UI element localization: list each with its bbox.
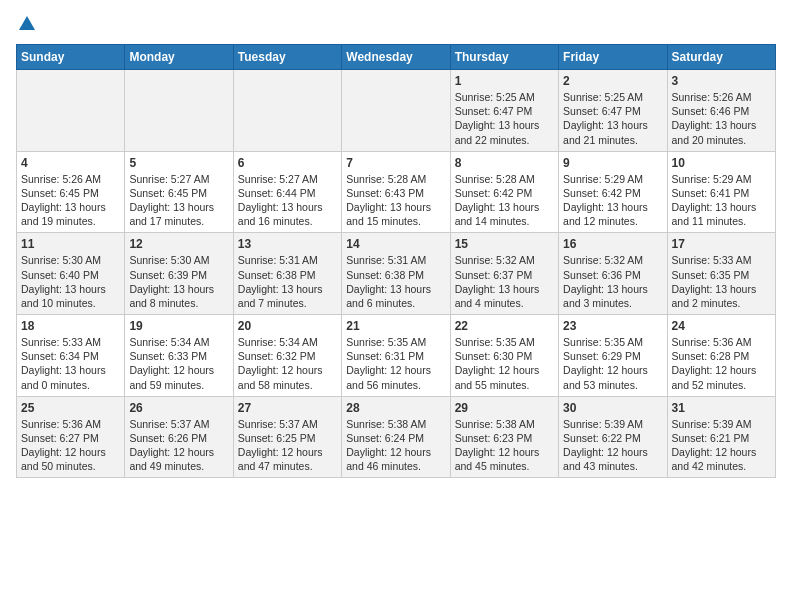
day-number: 9: [563, 156, 662, 170]
cell-content: Sunrise: 5:33 AM Sunset: 6:34 PM Dayligh…: [21, 335, 120, 392]
calendar-cell: 1Sunrise: 5:25 AM Sunset: 6:47 PM Daylig…: [450, 70, 558, 152]
calendar-table: SundayMondayTuesdayWednesdayThursdayFrid…: [16, 44, 776, 478]
day-number: 23: [563, 319, 662, 333]
page-header: [16, 16, 776, 32]
cell-content: Sunrise: 5:25 AM Sunset: 6:47 PM Dayligh…: [563, 90, 662, 147]
day-number: 22: [455, 319, 554, 333]
calendar-cell: 14Sunrise: 5:31 AM Sunset: 6:38 PM Dayli…: [342, 233, 450, 315]
calendar-cell: 17Sunrise: 5:33 AM Sunset: 6:35 PM Dayli…: [667, 233, 775, 315]
calendar-cell: [342, 70, 450, 152]
calendar-cell: 28Sunrise: 5:38 AM Sunset: 6:24 PM Dayli…: [342, 396, 450, 478]
cell-content: Sunrise: 5:39 AM Sunset: 6:21 PM Dayligh…: [672, 417, 771, 474]
cell-content: Sunrise: 5:31 AM Sunset: 6:38 PM Dayligh…: [238, 253, 337, 310]
cell-content: Sunrise: 5:36 AM Sunset: 6:28 PM Dayligh…: [672, 335, 771, 392]
cell-content: Sunrise: 5:39 AM Sunset: 6:22 PM Dayligh…: [563, 417, 662, 474]
day-number: 29: [455, 401, 554, 415]
cell-content: Sunrise: 5:37 AM Sunset: 6:25 PM Dayligh…: [238, 417, 337, 474]
day-number: 14: [346, 237, 445, 251]
day-number: 8: [455, 156, 554, 170]
calendar-cell: 24Sunrise: 5:36 AM Sunset: 6:28 PM Dayli…: [667, 315, 775, 397]
day-number: 18: [21, 319, 120, 333]
cell-content: Sunrise: 5:29 AM Sunset: 6:41 PM Dayligh…: [672, 172, 771, 229]
day-number: 25: [21, 401, 120, 415]
header-friday: Friday: [559, 45, 667, 70]
day-number: 2: [563, 74, 662, 88]
logo: [16, 16, 35, 32]
calendar-cell: 31Sunrise: 5:39 AM Sunset: 6:21 PM Dayli…: [667, 396, 775, 478]
day-number: 16: [563, 237, 662, 251]
calendar-cell: 21Sunrise: 5:35 AM Sunset: 6:31 PM Dayli…: [342, 315, 450, 397]
cell-content: Sunrise: 5:30 AM Sunset: 6:40 PM Dayligh…: [21, 253, 120, 310]
week-row-3: 11Sunrise: 5:30 AM Sunset: 6:40 PM Dayli…: [17, 233, 776, 315]
calendar-cell: 6Sunrise: 5:27 AM Sunset: 6:44 PM Daylig…: [233, 151, 341, 233]
calendar-cell: 19Sunrise: 5:34 AM Sunset: 6:33 PM Dayli…: [125, 315, 233, 397]
week-row-1: 1Sunrise: 5:25 AM Sunset: 6:47 PM Daylig…: [17, 70, 776, 152]
week-row-5: 25Sunrise: 5:36 AM Sunset: 6:27 PM Dayli…: [17, 396, 776, 478]
cell-content: Sunrise: 5:26 AM Sunset: 6:46 PM Dayligh…: [672, 90, 771, 147]
day-number: 7: [346, 156, 445, 170]
cell-content: Sunrise: 5:35 AM Sunset: 6:30 PM Dayligh…: [455, 335, 554, 392]
calendar-cell: 5Sunrise: 5:27 AM Sunset: 6:45 PM Daylig…: [125, 151, 233, 233]
calendar-cell: 26Sunrise: 5:37 AM Sunset: 6:26 PM Dayli…: [125, 396, 233, 478]
cell-content: Sunrise: 5:35 AM Sunset: 6:31 PM Dayligh…: [346, 335, 445, 392]
logo-triangle-icon: [19, 16, 35, 30]
calendar-cell: 29Sunrise: 5:38 AM Sunset: 6:23 PM Dayli…: [450, 396, 558, 478]
cell-content: Sunrise: 5:34 AM Sunset: 6:33 PM Dayligh…: [129, 335, 228, 392]
cell-content: Sunrise: 5:34 AM Sunset: 6:32 PM Dayligh…: [238, 335, 337, 392]
calendar-cell: 22Sunrise: 5:35 AM Sunset: 6:30 PM Dayli…: [450, 315, 558, 397]
day-number: 1: [455, 74, 554, 88]
header-thursday: Thursday: [450, 45, 558, 70]
cell-content: Sunrise: 5:27 AM Sunset: 6:45 PM Dayligh…: [129, 172, 228, 229]
calendar-cell: 7Sunrise: 5:28 AM Sunset: 6:43 PM Daylig…: [342, 151, 450, 233]
day-number: 12: [129, 237, 228, 251]
day-number: 10: [672, 156, 771, 170]
calendar-cell: [125, 70, 233, 152]
day-number: 11: [21, 237, 120, 251]
calendar-cell: 27Sunrise: 5:37 AM Sunset: 6:25 PM Dayli…: [233, 396, 341, 478]
cell-content: Sunrise: 5:27 AM Sunset: 6:44 PM Dayligh…: [238, 172, 337, 229]
header-wednesday: Wednesday: [342, 45, 450, 70]
calendar-cell: 10Sunrise: 5:29 AM Sunset: 6:41 PM Dayli…: [667, 151, 775, 233]
day-number: 27: [238, 401, 337, 415]
header-saturday: Saturday: [667, 45, 775, 70]
calendar-cell: 8Sunrise: 5:28 AM Sunset: 6:42 PM Daylig…: [450, 151, 558, 233]
week-row-4: 18Sunrise: 5:33 AM Sunset: 6:34 PM Dayli…: [17, 315, 776, 397]
day-number: 30: [563, 401, 662, 415]
day-number: 3: [672, 74, 771, 88]
cell-content: Sunrise: 5:28 AM Sunset: 6:42 PM Dayligh…: [455, 172, 554, 229]
calendar-cell: [17, 70, 125, 152]
calendar-cell: 4Sunrise: 5:26 AM Sunset: 6:45 PM Daylig…: [17, 151, 125, 233]
cell-content: Sunrise: 5:32 AM Sunset: 6:37 PM Dayligh…: [455, 253, 554, 310]
cell-content: Sunrise: 5:37 AM Sunset: 6:26 PM Dayligh…: [129, 417, 228, 474]
calendar-cell: 12Sunrise: 5:30 AM Sunset: 6:39 PM Dayli…: [125, 233, 233, 315]
calendar-cell: 3Sunrise: 5:26 AM Sunset: 6:46 PM Daylig…: [667, 70, 775, 152]
week-row-2: 4Sunrise: 5:26 AM Sunset: 6:45 PM Daylig…: [17, 151, 776, 233]
cell-content: Sunrise: 5:32 AM Sunset: 6:36 PM Dayligh…: [563, 253, 662, 310]
calendar-cell: 25Sunrise: 5:36 AM Sunset: 6:27 PM Dayli…: [17, 396, 125, 478]
calendar-cell: 11Sunrise: 5:30 AM Sunset: 6:40 PM Dayli…: [17, 233, 125, 315]
day-number: 17: [672, 237, 771, 251]
cell-content: Sunrise: 5:38 AM Sunset: 6:24 PM Dayligh…: [346, 417, 445, 474]
day-number: 24: [672, 319, 771, 333]
header-tuesday: Tuesday: [233, 45, 341, 70]
calendar-cell: 2Sunrise: 5:25 AM Sunset: 6:47 PM Daylig…: [559, 70, 667, 152]
header-sunday: Sunday: [17, 45, 125, 70]
calendar-header-row: SundayMondayTuesdayWednesdayThursdayFrid…: [17, 45, 776, 70]
cell-content: Sunrise: 5:25 AM Sunset: 6:47 PM Dayligh…: [455, 90, 554, 147]
day-number: 19: [129, 319, 228, 333]
calendar-cell: 15Sunrise: 5:32 AM Sunset: 6:37 PM Dayli…: [450, 233, 558, 315]
cell-content: Sunrise: 5:26 AM Sunset: 6:45 PM Dayligh…: [21, 172, 120, 229]
cell-content: Sunrise: 5:30 AM Sunset: 6:39 PM Dayligh…: [129, 253, 228, 310]
day-number: 28: [346, 401, 445, 415]
header-monday: Monday: [125, 45, 233, 70]
calendar-cell: 23Sunrise: 5:35 AM Sunset: 6:29 PM Dayli…: [559, 315, 667, 397]
cell-content: Sunrise: 5:29 AM Sunset: 6:42 PM Dayligh…: [563, 172, 662, 229]
calendar-cell: 20Sunrise: 5:34 AM Sunset: 6:32 PM Dayli…: [233, 315, 341, 397]
calendar-cell: 30Sunrise: 5:39 AM Sunset: 6:22 PM Dayli…: [559, 396, 667, 478]
calendar-cell: 13Sunrise: 5:31 AM Sunset: 6:38 PM Dayli…: [233, 233, 341, 315]
day-number: 26: [129, 401, 228, 415]
calendar-cell: 9Sunrise: 5:29 AM Sunset: 6:42 PM Daylig…: [559, 151, 667, 233]
calendar-cell: 16Sunrise: 5:32 AM Sunset: 6:36 PM Dayli…: [559, 233, 667, 315]
day-number: 13: [238, 237, 337, 251]
cell-content: Sunrise: 5:28 AM Sunset: 6:43 PM Dayligh…: [346, 172, 445, 229]
